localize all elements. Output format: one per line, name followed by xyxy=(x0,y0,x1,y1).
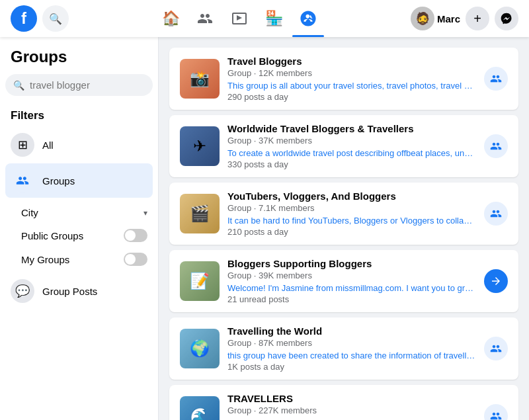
nav-marketplace[interactable]: 🏪 xyxy=(258,3,290,34)
group-name: Travel Bloggers xyxy=(227,56,476,67)
group-action-button[interactable] xyxy=(484,269,508,293)
group-name: TRAVELLERS xyxy=(227,393,476,404)
group-action-button[interactable] xyxy=(484,202,508,226)
user-avatar: 🧔 xyxy=(411,7,434,30)
city-filter[interactable]: City ▾ xyxy=(16,202,153,224)
group-thumbnail: ✈ xyxy=(180,126,220,166)
group-meta: Group · 227K members xyxy=(227,405,476,415)
search-button[interactable]: 🔍 xyxy=(42,5,69,32)
group-meta: Group · 39K members xyxy=(227,271,476,280)
top-nav: f 🔍 🏠 🏪 🧔 Marc + xyxy=(0,0,529,37)
main-layout: Groups 🔍 Filters ⊞ All Groups City ▾ Pub… xyxy=(0,37,529,420)
group-info: Bloggers Supporting Bloggers Group · 39K… xyxy=(227,258,476,304)
nav-friends[interactable] xyxy=(189,3,221,34)
search-input[interactable] xyxy=(30,79,145,91)
group-posts-count: 21 unread posts xyxy=(227,294,476,304)
group-info: TRAVELLERS Group · 227K members WELCOME … xyxy=(227,393,476,420)
group-posts-count: 330 posts a day xyxy=(227,159,476,169)
sidebar: Groups 🔍 Filters ⊞ All Groups City ▾ Pub… xyxy=(0,37,159,420)
groups-icon xyxy=(11,169,34,192)
group-description: this group have been created to share th… xyxy=(227,351,476,360)
group-thumbnail: 🌊 xyxy=(180,396,220,420)
chevron-down-icon: ▾ xyxy=(143,208,147,218)
sidebar-title: Groups xyxy=(5,48,153,66)
my-groups-toggle[interactable] xyxy=(124,253,147,266)
filter-all-label: All xyxy=(42,140,54,151)
group-card: ✈ Worldwide Travel Bloggers & Travellers… xyxy=(169,115,518,177)
group-posts-count: 290 posts a day xyxy=(227,92,476,102)
nav-watch[interactable] xyxy=(224,3,255,34)
group-info: YouTubers, Vloggers, And Bloggers Group … xyxy=(227,190,476,237)
group-card: 🎬 YouTubers, Vloggers, And Bloggers Grou… xyxy=(169,183,518,245)
create-button[interactable]: + xyxy=(466,7,489,30)
search-icon: 🔍 xyxy=(49,13,62,25)
group-action-button[interactable] xyxy=(484,67,508,91)
group-posts-count: 210 posts a day xyxy=(227,227,476,237)
group-thumbnail: 📝 xyxy=(180,261,220,301)
group-name: YouTubers, Vloggers, And Bloggers xyxy=(227,190,476,202)
group-thumbnail: 📸 xyxy=(180,59,220,99)
group-meta: Group · 37K members xyxy=(227,136,476,146)
group-meta: Group · 87K members xyxy=(227,338,476,348)
group-meta: Group · 12K members xyxy=(227,68,476,78)
group-info: Worldwide Travel Bloggers & Travellers G… xyxy=(227,123,476,169)
group-card: 📝 Bloggers Supporting Bloggers Group · 3… xyxy=(169,250,518,312)
filter-groups-label: Groups xyxy=(42,175,75,187)
search-icon: 🔍 xyxy=(13,80,24,91)
my-groups-label: My Groups xyxy=(21,254,69,265)
group-card: 📸 Travel Bloggers Group · 12K members Th… xyxy=(169,48,518,110)
group-name: Worldwide Travel Bloggers & Travellers xyxy=(227,123,476,134)
group-thumbnail: 🌍 xyxy=(180,329,220,368)
city-label: City xyxy=(21,207,38,218)
filters-label: Filters xyxy=(5,106,153,125)
group-action-button[interactable] xyxy=(484,404,508,420)
group-info: Travel Bloggers Group · 12K members This… xyxy=(227,56,476,102)
group-posts-icon: 💬 xyxy=(11,279,34,303)
user-name: Marc xyxy=(437,13,460,24)
group-description: Welcome! I'm Jasmine from missmillmag.co… xyxy=(227,283,476,293)
nav-center: 🏠 🏪 xyxy=(69,3,411,34)
group-posts-count: 1K posts a day xyxy=(227,362,476,372)
group-action-button[interactable] xyxy=(484,134,508,158)
group-card: 🌍 Travelling the World Group · 87K membe… xyxy=(169,317,518,380)
nav-home[interactable]: 🏠 xyxy=(155,3,186,34)
group-card: 🌊 TRAVELLERS Group · 227K members WELCOM… xyxy=(169,385,518,420)
filter-all[interactable]: ⊞ All xyxy=(5,128,153,162)
public-groups-toggle[interactable] xyxy=(124,229,147,242)
group-description: It can be hard to find YouTubers, Blogge… xyxy=(227,216,476,226)
facebook-logo[interactable]: f xyxy=(11,5,37,32)
group-action-button[interactable] xyxy=(484,337,508,360)
messenger-button[interactable] xyxy=(495,7,518,30)
filter-groups[interactable]: Groups xyxy=(5,163,153,198)
group-thumbnail: 🎬 xyxy=(180,194,220,233)
main-content: 📸 Travel Bloggers Group · 12K members Th… xyxy=(159,37,529,420)
group-name: Bloggers Supporting Bloggers xyxy=(227,258,476,269)
group-name: Travelling the World xyxy=(227,325,476,337)
group-description: To create a worldwide travel post descri… xyxy=(227,148,476,158)
all-icon: ⊞ xyxy=(11,133,34,157)
search-box[interactable]: 🔍 xyxy=(5,74,153,96)
my-groups-filter[interactable]: My Groups xyxy=(16,247,153,271)
user-profile[interactable]: 🧔 Marc xyxy=(411,7,460,30)
sub-filters: City ▾ Public Groups My Groups xyxy=(5,199,153,274)
group-meta: Group · 7.1K members xyxy=(227,203,476,213)
group-description: This group is all about your travel stor… xyxy=(227,81,476,91)
public-groups-filter[interactable]: Public Groups xyxy=(16,224,153,247)
public-groups-label: Public Groups xyxy=(21,230,83,241)
group-posts-label: Group Posts xyxy=(42,286,97,297)
group-info: Travelling the World Group · 87K members… xyxy=(227,325,476,372)
nav-right: 🧔 Marc + xyxy=(411,7,518,30)
group-posts-item[interactable]: 💬 Group Posts xyxy=(5,274,153,308)
nav-groups[interactable] xyxy=(292,3,324,34)
